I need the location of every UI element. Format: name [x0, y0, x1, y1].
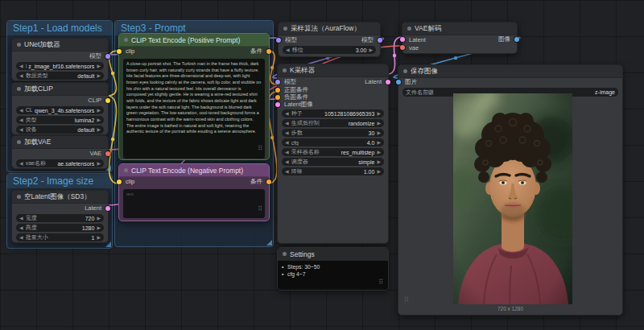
- collapse-dot-icon[interactable]: [17, 43, 21, 47]
- increment-arrow-icon[interactable]: ▶: [369, 47, 373, 52]
- decrement-arrow-icon[interactable]: ◀: [19, 64, 23, 68]
- node-sampling-algo[interactable]: 采样算法（AuraFlow） 模型 模型 ◀ 移位 3.00 ▶: [278, 22, 381, 57]
- increment-arrow-icon[interactable]: ▶: [97, 161, 101, 166]
- collapse-dot-icon[interactable]: [403, 69, 407, 73]
- widget-shift[interactable]: ◀ 移位 3.00 ▶: [283, 46, 376, 54]
- model-output-dot[interactable]: [105, 54, 110, 59]
- node-header[interactable]: Settings: [278, 248, 388, 261]
- increment-arrow-icon[interactable]: ▶: [377, 159, 381, 164]
- collapse-dot-icon[interactable]: [124, 168, 128, 172]
- image-output-dot[interactable]: [514, 37, 519, 42]
- increment-arrow-icon[interactable]: ▶: [377, 130, 381, 135]
- decrement-arrow-icon[interactable]: ◀: [285, 121, 289, 126]
- image-input-dot[interactable]: [396, 80, 401, 85]
- node-header[interactable]: CLIP Text Encode (Negative Prompt): [119, 164, 269, 177]
- widget-denoise[interactable]: ◀ 降噪 1.00 ▶: [282, 167, 384, 175]
- node-header[interactable]: 加载CLIP: [12, 83, 108, 96]
- node-vae-loader[interactable]: 加载VAE VAE ◀ vae名称 ae.safetensors ▶: [11, 135, 109, 169]
- decrement-arrow-icon[interactable]: ◀: [19, 161, 23, 166]
- decrement-arrow-icon[interactable]: ◀: [19, 225, 23, 230]
- group-title[interactable]: Step1 - Load models: [7, 21, 112, 35]
- group-resize-icon[interactable]: [266, 240, 272, 245]
- increment-arrow-icon[interactable]: ▶: [97, 118, 101, 122]
- node-positive-prompt[interactable]: CLIP Text Encode (Positive Prompt) clip …: [118, 33, 270, 160]
- widget-sampler-name[interactable]: ◀ 采样器名称 res_multistep ▶: [282, 148, 384, 156]
- node-header[interactable]: VAE解码: [402, 23, 517, 35]
- node-save-image[interactable]: 保存图像 图片 文件名前缀 z-image: [398, 64, 623, 316]
- decrement-arrow-icon[interactable]: ◀: [19, 118, 23, 122]
- decrement-arrow-icon[interactable]: ◀: [285, 140, 289, 145]
- increment-arrow-icon[interactable]: ▶: [97, 73, 101, 78]
- widget-unet-name[interactable]: ◀ UNe... z_image_bf16.safetensors ▶: [16, 62, 104, 70]
- node-header[interactable]: 加载VAE: [12, 136, 108, 149]
- resize-grip-icon[interactable]: ⠿: [404, 297, 409, 303]
- latent-output-dot[interactable]: [386, 80, 390, 85]
- node-empty-latent[interactable]: 空Latent图像（SD3） Latent ◀ 宽度 720 ▶ ◀ 高度 12…: [11, 190, 109, 243]
- collapse-dot-icon[interactable]: [17, 140, 21, 144]
- widget-seed[interactable]: ◀ 种子 1051281086965393 ▶: [282, 109, 384, 118]
- prompt-textarea[interactable]: text: [123, 189, 265, 218]
- vae-input-dot[interactable]: [400, 45, 405, 50]
- collapse-dot-icon[interactable]: [17, 87, 21, 91]
- widget-steps[interactable]: ◀ 步数 30 ▶: [282, 129, 384, 137]
- widget-height[interactable]: ◀ 高度 1280 ▶: [16, 224, 104, 232]
- widget-device[interactable]: ◀ 设备 default ▶: [16, 126, 104, 134]
- group-title[interactable]: Step2 - Image size: [7, 174, 112, 188]
- increment-arrow-icon[interactable]: ▶: [97, 225, 101, 230]
- clip-input-dot[interactable]: [117, 49, 122, 54]
- prompt-textarea[interactable]: A close-up portrait shot. The Turkish ma…: [123, 59, 265, 159]
- node-header[interactable]: 采样算法（AuraFlow）: [279, 23, 380, 35]
- model-output-dot[interactable]: [378, 38, 382, 43]
- decrement-arrow-icon[interactable]: ◀: [286, 47, 290, 52]
- node-graph-canvas[interactable]: Step1 - Load models Step2 - Image size S…: [0, 0, 644, 330]
- node-header[interactable]: UNet加载器: [12, 39, 108, 52]
- collapse-dot-icon[interactable]: [283, 68, 287, 72]
- widget-dtype[interactable]: ◀ 数据类型 default ▶: [16, 72, 104, 80]
- widget-clip-name[interactable]: ◀ CLIP名... qwen_3_4b.safetensors ▶: [16, 106, 104, 114]
- widget-clip-type[interactable]: ◀ 类型 lumina2 ▶: [16, 116, 104, 124]
- latent-input-dot[interactable]: [400, 37, 405, 42]
- decrement-arrow-icon[interactable]: ◀: [19, 235, 23, 240]
- collapse-dot-icon[interactable]: [283, 252, 287, 256]
- resize-grip-icon[interactable]: ⠿: [258, 206, 262, 212]
- collapse-dot-icon[interactable]: [407, 27, 411, 31]
- node-negative-prompt[interactable]: CLIP Text Encode (Negative Prompt) clip …: [118, 163, 270, 221]
- resize-grip-icon[interactable]: ⠿: [258, 146, 262, 152]
- node-header[interactable]: CLIP Text Encode (Positive Prompt): [119, 34, 269, 47]
- model-input-dot[interactable]: [276, 38, 281, 43]
- latent-input-dot[interactable]: [275, 102, 280, 107]
- collapse-dot-icon[interactable]: [283, 27, 287, 31]
- widget-batch-size[interactable]: ◀ 批量大小 1 ▶: [16, 233, 104, 241]
- clip-output-dot[interactable]: [105, 98, 110, 103]
- resize-grip-icon[interactable]: ⠿: [378, 279, 383, 286]
- model-input-dot[interactable]: [275, 80, 280, 85]
- positive-cond-input-dot[interactable]: [275, 88, 280, 93]
- widget-scheduler[interactable]: ◀ 调度器 simple ▶: [282, 158, 384, 166]
- latent-output-dot[interactable]: [105, 206, 110, 211]
- widget-control-after-generate[interactable]: ◀ 生成后控制 randomize ▶: [282, 119, 384, 127]
- widget-width[interactable]: ◀ 宽度 720 ▶: [16, 214, 104, 222]
- increment-arrow-icon[interactable]: ▶: [97, 216, 101, 221]
- decrement-arrow-icon[interactable]: ◀: [285, 169, 289, 174]
- collapse-dot-icon[interactable]: [124, 38, 128, 42]
- increment-arrow-icon[interactable]: ▶: [377, 150, 381, 155]
- increment-arrow-icon[interactable]: ▶: [97, 108, 101, 113]
- widget-cfg[interactable]: ◀ cfg 4.0 ▶: [282, 138, 384, 146]
- vae-output-dot[interactable]: [105, 151, 110, 156]
- increment-arrow-icon[interactable]: ▶: [377, 121, 381, 126]
- increment-arrow-icon[interactable]: ▶: [377, 111, 381, 116]
- widget-vae-name[interactable]: ◀ vae名称 ae.safetensors ▶: [16, 159, 104, 167]
- decrement-arrow-icon[interactable]: ◀: [285, 130, 289, 135]
- node-clip-loader[interactable]: 加载CLIP CLIP ◀ CLIP名... qwen_3_4b.safeten…: [11, 82, 109, 135]
- decrement-arrow-icon[interactable]: ◀: [285, 159, 289, 164]
- decrement-arrow-icon[interactable]: ◀: [19, 108, 23, 113]
- decrement-arrow-icon[interactable]: ◀: [285, 150, 289, 155]
- decrement-arrow-icon[interactable]: ◀: [19, 216, 23, 221]
- increment-arrow-icon[interactable]: ▶: [377, 169, 381, 174]
- node-header[interactable]: K采样器: [278, 64, 388, 77]
- decrement-arrow-icon[interactable]: ◀: [19, 127, 23, 132]
- collapse-dot-icon[interactable]: [17, 195, 21, 199]
- increment-arrow-icon[interactable]: ▶: [97, 127, 101, 132]
- negative-cond-input-dot[interactable]: [275, 95, 280, 100]
- node-header[interactable]: 保存图像: [398, 65, 622, 78]
